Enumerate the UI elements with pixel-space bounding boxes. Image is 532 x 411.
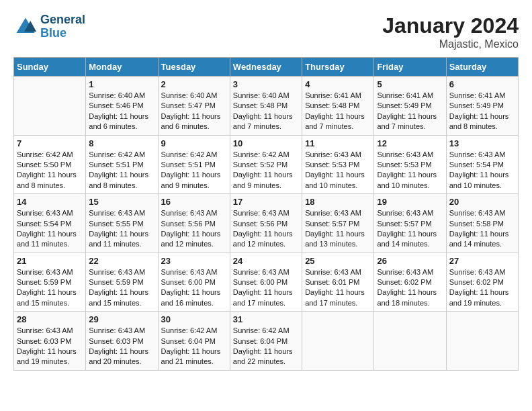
calendar-cell: 6Sunrise: 6:41 AMSunset: 5:49 PMDaylight… bbox=[446, 77, 518, 136]
cell-details: Sunrise: 6:43 AMSunset: 6:03 PMDaylight:… bbox=[17, 326, 83, 367]
day-number: 23 bbox=[161, 256, 227, 266]
cell-details: Sunrise: 6:43 AMSunset: 5:54 PMDaylight:… bbox=[17, 208, 83, 250]
cell-details: Sunrise: 6:42 AMSunset: 6:04 PMDaylight:… bbox=[161, 326, 227, 367]
column-headers: SundayMondayTuesdayWednesdayThursdayFrid… bbox=[14, 58, 519, 77]
calendar-cell: 17Sunrise: 6:43 AMSunset: 5:56 PMDayligh… bbox=[230, 194, 302, 253]
calendar-cell: 29Sunrise: 6:43 AMSunset: 6:03 PMDayligh… bbox=[86, 312, 158, 371]
cell-details: Sunrise: 6:43 AMSunset: 5:53 PMDaylight:… bbox=[377, 150, 443, 191]
logo-icon bbox=[13, 15, 38, 39]
logo-general: General bbox=[40, 13, 85, 27]
calendar-cell: 18Sunrise: 6:43 AMSunset: 5:57 PMDayligh… bbox=[302, 194, 374, 253]
day-number: 8 bbox=[89, 138, 154, 148]
cell-details: Sunrise: 6:43 AMSunset: 5:59 PMDaylight:… bbox=[89, 267, 154, 309]
cell-details: Sunrise: 6:40 AMSunset: 5:47 PMDaylight:… bbox=[161, 91, 227, 132]
subtitle: Majastic, Mexico bbox=[382, 38, 519, 50]
cell-details: Sunrise: 6:42 AMSunset: 5:52 PMDaylight:… bbox=[233, 150, 299, 191]
calendar-cell: 1Sunrise: 6:40 AMSunset: 5:46 PMDaylight… bbox=[86, 77, 158, 136]
day-number: 12 bbox=[377, 138, 443, 148]
cell-details: Sunrise: 6:43 AMSunset: 5:59 PMDaylight:… bbox=[17, 267, 83, 309]
calendar-cell: 20Sunrise: 6:43 AMSunset: 5:58 PMDayligh… bbox=[446, 194, 518, 253]
cell-details: Sunrise: 6:43 AMSunset: 6:00 PMDaylight:… bbox=[233, 267, 299, 309]
main-title: January 2024 bbox=[382, 13, 519, 38]
week-row-5: 28Sunrise: 6:43 AMSunset: 6:03 PMDayligh… bbox=[14, 312, 519, 371]
calendar-cell: 11Sunrise: 6:43 AMSunset: 5:53 PMDayligh… bbox=[302, 135, 374, 194]
cell-details: Sunrise: 6:43 AMSunset: 5:57 PMDaylight:… bbox=[377, 208, 443, 250]
day-number: 4 bbox=[305, 79, 371, 89]
week-row-4: 21Sunrise: 6:43 AMSunset: 5:59 PMDayligh… bbox=[14, 253, 519, 312]
calendar-cell: 5Sunrise: 6:41 AMSunset: 5:49 PMDaylight… bbox=[374, 77, 446, 136]
calendar-cell: 26Sunrise: 6:43 AMSunset: 6:02 PMDayligh… bbox=[374, 253, 446, 312]
calendar-cell: 21Sunrise: 6:43 AMSunset: 5:59 PMDayligh… bbox=[14, 253, 86, 312]
col-header-friday: Friday bbox=[374, 58, 446, 77]
calendar-cell: 27Sunrise: 6:43 AMSunset: 6:02 PMDayligh… bbox=[446, 253, 518, 312]
cell-details: Sunrise: 6:42 AMSunset: 5:51 PMDaylight:… bbox=[161, 150, 227, 191]
calendar-cell: 30Sunrise: 6:42 AMSunset: 6:04 PMDayligh… bbox=[158, 312, 230, 371]
day-number: 29 bbox=[89, 314, 154, 324]
col-header-monday: Monday bbox=[86, 58, 158, 77]
cell-details: Sunrise: 6:41 AMSunset: 5:49 PMDaylight:… bbox=[377, 91, 443, 132]
day-number: 7 bbox=[17, 138, 83, 148]
cell-details: Sunrise: 6:43 AMSunset: 5:56 PMDaylight:… bbox=[233, 208, 299, 250]
calendar-cell: 16Sunrise: 6:43 AMSunset: 5:56 PMDayligh… bbox=[158, 194, 230, 253]
cell-details: Sunrise: 6:43 AMSunset: 5:53 PMDaylight:… bbox=[305, 150, 371, 191]
calendar-cell: 4Sunrise: 6:41 AMSunset: 5:48 PMDaylight… bbox=[302, 77, 374, 136]
col-header-sunday: Sunday bbox=[14, 58, 86, 77]
col-header-tuesday: Tuesday bbox=[158, 58, 230, 77]
calendar-cell: 25Sunrise: 6:43 AMSunset: 6:01 PMDayligh… bbox=[302, 253, 374, 312]
calendar-cell: 19Sunrise: 6:43 AMSunset: 5:57 PMDayligh… bbox=[374, 194, 446, 253]
calendar-cell: 28Sunrise: 6:43 AMSunset: 6:03 PMDayligh… bbox=[14, 312, 86, 371]
calendar-cell: 14Sunrise: 6:43 AMSunset: 5:54 PMDayligh… bbox=[14, 194, 86, 253]
day-number: 30 bbox=[161, 314, 227, 324]
day-number: 28 bbox=[17, 314, 83, 324]
cell-details: Sunrise: 6:43 AMSunset: 5:56 PMDaylight:… bbox=[161, 208, 227, 250]
cell-details: Sunrise: 6:43 AMSunset: 5:54 PMDaylight:… bbox=[449, 150, 515, 191]
cell-details: Sunrise: 6:41 AMSunset: 5:48 PMDaylight:… bbox=[305, 91, 371, 132]
col-header-thursday: Thursday bbox=[302, 58, 374, 77]
cell-details: Sunrise: 6:43 AMSunset: 6:03 PMDaylight:… bbox=[89, 326, 154, 367]
day-number: 25 bbox=[305, 256, 371, 266]
day-number: 21 bbox=[17, 256, 83, 266]
day-number: 24 bbox=[233, 256, 299, 266]
day-number: 5 bbox=[377, 79, 443, 89]
calendar-cell: 9Sunrise: 6:42 AMSunset: 5:51 PMDaylight… bbox=[158, 135, 230, 194]
day-number: 26 bbox=[377, 256, 443, 266]
day-number: 27 bbox=[449, 256, 515, 266]
cell-details: Sunrise: 6:41 AMSunset: 5:49 PMDaylight:… bbox=[449, 91, 515, 132]
day-number: 16 bbox=[161, 197, 227, 207]
cell-details: Sunrise: 6:40 AMSunset: 5:48 PMDaylight:… bbox=[233, 91, 299, 132]
cell-details: Sunrise: 6:43 AMSunset: 6:00 PMDaylight:… bbox=[161, 267, 227, 309]
cell-details: Sunrise: 6:43 AMSunset: 6:02 PMDaylight:… bbox=[449, 267, 515, 309]
calendar-cell: 3Sunrise: 6:40 AMSunset: 5:48 PMDaylight… bbox=[230, 77, 302, 136]
week-row-1: 1Sunrise: 6:40 AMSunset: 5:46 PMDaylight… bbox=[14, 77, 519, 136]
page-header: General Blue January 2024 Majastic, Mexi… bbox=[13, 13, 519, 50]
cell-details: Sunrise: 6:43 AMSunset: 6:02 PMDaylight:… bbox=[377, 267, 443, 309]
day-number: 18 bbox=[305, 197, 371, 207]
day-number: 15 bbox=[89, 197, 154, 207]
day-number: 3 bbox=[233, 79, 299, 89]
logo: General Blue bbox=[13, 13, 85, 40]
calendar-cell: 2Sunrise: 6:40 AMSunset: 5:47 PMDaylight… bbox=[158, 77, 230, 136]
calendar-cell bbox=[446, 312, 518, 371]
cell-details: Sunrise: 6:42 AMSunset: 5:51 PMDaylight:… bbox=[89, 150, 154, 191]
title-block: January 2024 Majastic, Mexico bbox=[382, 13, 519, 50]
calendar-cell: 22Sunrise: 6:43 AMSunset: 5:59 PMDayligh… bbox=[86, 253, 158, 312]
col-header-saturday: Saturday bbox=[446, 58, 518, 77]
day-number: 13 bbox=[449, 138, 515, 148]
day-number: 14 bbox=[17, 197, 83, 207]
cell-details: Sunrise: 6:43 AMSunset: 5:57 PMDaylight:… bbox=[305, 208, 371, 250]
logo-blue: Blue bbox=[40, 27, 85, 40]
calendar-cell: 23Sunrise: 6:43 AMSunset: 6:00 PMDayligh… bbox=[158, 253, 230, 312]
day-number: 6 bbox=[449, 79, 515, 89]
day-number: 11 bbox=[305, 138, 371, 148]
calendar-cell: 13Sunrise: 6:43 AMSunset: 5:54 PMDayligh… bbox=[446, 135, 518, 194]
calendar-cell: 10Sunrise: 6:42 AMSunset: 5:52 PMDayligh… bbox=[230, 135, 302, 194]
week-row-3: 14Sunrise: 6:43 AMSunset: 5:54 PMDayligh… bbox=[14, 194, 519, 253]
day-number: 9 bbox=[161, 138, 227, 148]
day-number: 19 bbox=[377, 197, 443, 207]
day-number: 31 bbox=[233, 314, 299, 324]
cell-details: Sunrise: 6:42 AMSunset: 5:50 PMDaylight:… bbox=[17, 150, 83, 191]
calendar-cell bbox=[374, 312, 446, 371]
day-number: 1 bbox=[89, 79, 154, 89]
day-number: 2 bbox=[161, 79, 227, 89]
calendar-cell: 31Sunrise: 6:42 AMSunset: 6:04 PMDayligh… bbox=[230, 312, 302, 371]
